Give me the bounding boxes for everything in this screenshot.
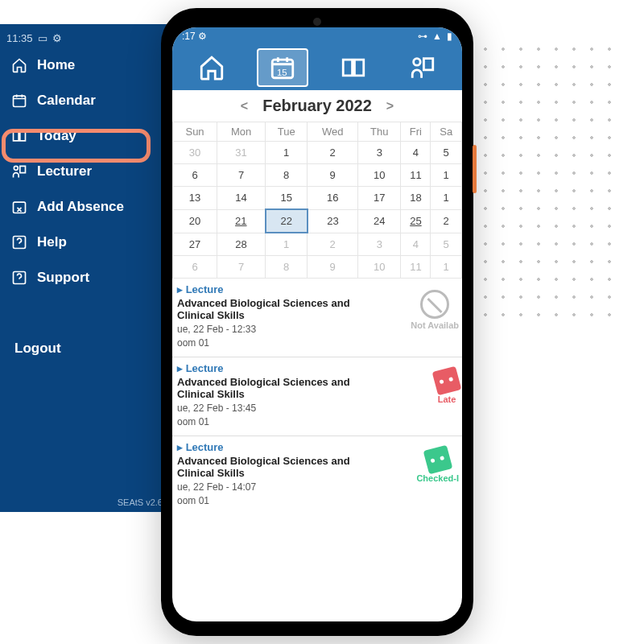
- sidebar-item-label: Support: [37, 270, 89, 286]
- calendar-day-cell[interactable]: 2: [308, 233, 358, 256]
- calendar-day-cell[interactable]: 31: [217, 142, 266, 164]
- calendar-grid: SunMonTueWedThuFriSa 3031123456789101111…: [172, 122, 462, 279]
- calendar-day-cell[interactable]: 4: [401, 142, 431, 164]
- toolbar-calendar[interactable]: 15: [257, 48, 308, 87]
- phone-screen: :17 ⚙ ⊶ ▲ ▮ 15 < February 2022 > SunMonT: [172, 27, 462, 621]
- event-title: Advanced Biological Sciences and Clinica…: [177, 455, 370, 479]
- status-icon: [423, 445, 452, 475]
- calendar-day-cell[interactable]: 23: [308, 209, 358, 233]
- calendar-day-cell[interactable]: 25: [401, 209, 431, 233]
- gear-icon: ⚙: [198, 31, 207, 42]
- calendar-month-header: < February 2022 >: [172, 90, 462, 122]
- help-icon: [11, 234, 27, 250]
- calendar-day-cell[interactable]: 5: [431, 233, 462, 256]
- prev-month-button[interactable]: <: [241, 99, 248, 114]
- next-month-button[interactable]: >: [386, 99, 394, 114]
- calendar-day-cell[interactable]: 24: [358, 209, 401, 233]
- lecturer-icon: [11, 163, 27, 180]
- sidebar-item-label: Help: [37, 234, 67, 250]
- calendar-day-cell[interactable]: 16: [308, 187, 358, 210]
- calendar-day-cell[interactable]: 10: [358, 164, 401, 187]
- phone-status-bar: :17 ⚙ ⊶ ▲ ▮: [172, 27, 462, 45]
- event-title: Advanced Biological Sciences and Clinica…: [177, 376, 370, 400]
- sidebar-item-label: Calendar: [37, 93, 96, 109]
- sidebar-item-support[interactable]: Support: [0, 260, 172, 295]
- event-datetime: ue, 22 Feb - 14:07: [177, 481, 456, 493]
- event-room: oom 01: [177, 495, 456, 506]
- calendar-day-header: Thu: [358, 122, 401, 142]
- toolbar: 15: [172, 45, 462, 90]
- event-title: Advanced Biological Sciences and Clinica…: [177, 297, 370, 321]
- calendar-day-cell[interactable]: 21: [217, 209, 266, 233]
- sidebar-item-calendar[interactable]: Calendar: [0, 83, 172, 118]
- calendar-day-cell[interactable]: 7: [217, 164, 266, 187]
- calendar-day-cell[interactable]: 1: [266, 142, 308, 164]
- svg-rect-2: [14, 202, 26, 213]
- event-status-badge: Not Availab: [411, 290, 459, 330]
- status-icon: [420, 290, 449, 319]
- toolbar-today[interactable]: [329, 50, 378, 85]
- calendar-day-cell[interactable]: 4: [401, 233, 431, 256]
- event-status-badge: Late: [435, 369, 459, 404]
- vpn-icon: ⊶: [418, 31, 427, 42]
- event-item[interactable]: LectureAdvanced Biological Sciences and …: [172, 279, 462, 357]
- calendar-day-cell[interactable]: 14: [217, 187, 266, 210]
- calendar-day-cell[interactable]: 11: [401, 256, 431, 279]
- event-type: Lecture: [177, 362, 456, 374]
- calendar-day-cell[interactable]: 6: [173, 256, 217, 279]
- sidebar-item-add-absence[interactable]: Add Absence: [0, 189, 172, 225]
- calendar-day-cell[interactable]: 28: [217, 233, 266, 256]
- calendar-day-cell[interactable]: 10: [358, 256, 401, 279]
- calendar-day-cell[interactable]: 2: [308, 142, 358, 164]
- calendar-day-cell[interactable]: 1: [266, 233, 308, 256]
- event-item[interactable]: LectureAdvanced Biological Sciences and …: [172, 357, 462, 436]
- calendar-day-cell[interactable]: 11: [401, 164, 431, 187]
- sidebar-logout[interactable]: Logout: [0, 331, 172, 366]
- sidebar-item-label: Lecturer: [37, 163, 92, 180]
- calendar-day-cell[interactable]: 13: [173, 187, 217, 210]
- calendar-day-cell[interactable]: 27: [173, 233, 217, 256]
- support-icon: [11, 270, 27, 286]
- sidebar-item-lecturer[interactable]: Lecturer: [0, 154, 172, 189]
- calendar-day-cell[interactable]: 22: [266, 209, 308, 233]
- calendar-day-cell[interactable]: 5: [431, 142, 462, 164]
- svg-point-7: [414, 59, 421, 66]
- calendar-day-cell[interactable]: 9: [308, 256, 358, 279]
- calendar-icon: [11, 93, 27, 109]
- calendar-day-cell[interactable]: 6: [173, 164, 217, 187]
- sidebar-item-help[interactable]: Help: [0, 225, 172, 260]
- sidebar: 11:35 ▭ ⚙ Home Calendar Today Lecturer A…: [0, 24, 172, 512]
- sidebar-item-today[interactable]: Today: [0, 118, 172, 154]
- status-icon: [432, 366, 462, 396]
- phone-power-button: [473, 145, 477, 193]
- event-datetime: ue, 22 Feb - 13:45: [177, 402, 456, 414]
- calendar-day-cell[interactable]: 17: [358, 187, 401, 210]
- sidebar-item-label: Today: [37, 128, 76, 144]
- sidebar-item-home[interactable]: Home: [0, 47, 172, 83]
- event-item[interactable]: LectureAdvanced Biological Sciences and …: [172, 436, 462, 514]
- calendar-day-cell[interactable]: 1: [431, 256, 462, 279]
- calendar-day-cell[interactable]: 18: [401, 187, 431, 210]
- calendar-day-cell[interactable]: 7: [217, 256, 266, 279]
- calendar-day-cell[interactable]: 1: [431, 187, 462, 210]
- calendar-day-cell[interactable]: 3: [358, 233, 401, 256]
- calendar-day-cell[interactable]: 3: [358, 142, 401, 164]
- month-label: February 2022: [262, 97, 372, 115]
- calendar-day-cell[interactable]: 8: [266, 256, 308, 279]
- calendar-day-cell[interactable]: 15: [266, 187, 308, 210]
- sidebar-item-label: Add Absence: [37, 199, 124, 215]
- toolbar-home[interactable]: [188, 50, 236, 85]
- event-status-badge: Checked-I: [416, 448, 459, 483]
- toolbar-lecturer[interactable]: [398, 50, 447, 85]
- calendar-day-cell[interactable]: 9: [308, 164, 358, 187]
- calendar-day-cell[interactable]: 8: [266, 164, 308, 187]
- calendar-day-cell[interactable]: 1: [431, 164, 462, 187]
- gear-icon: ⚙: [52, 32, 62, 44]
- calendar-day-header: Mon: [217, 122, 266, 142]
- battery-icon: ▮: [447, 31, 452, 42]
- event-room: oom 01: [177, 337, 456, 349]
- calendar-day-cell[interactable]: 20: [173, 209, 217, 233]
- book-icon: [11, 128, 27, 144]
- calendar-day-cell[interactable]: 30: [173, 142, 217, 164]
- calendar-day-cell[interactable]: 2: [431, 209, 462, 233]
